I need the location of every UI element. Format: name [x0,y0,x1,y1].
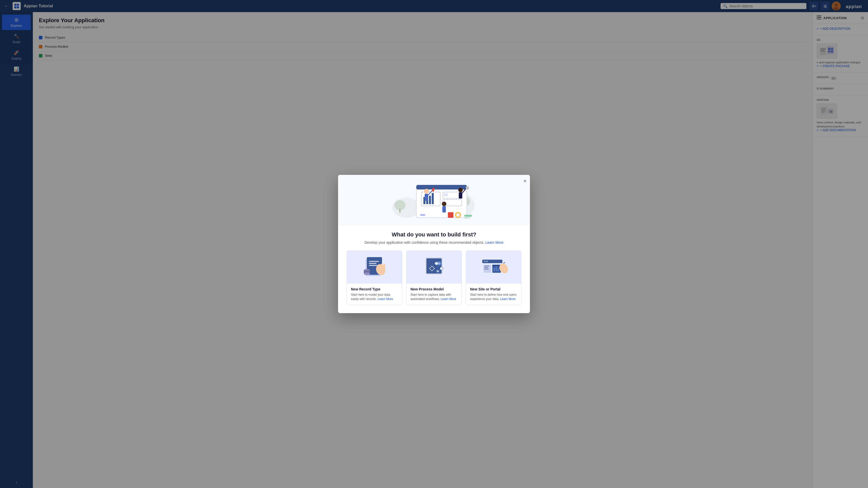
svg-point-49 [456,213,460,217]
card-record-type[interactable]: New Record Type Start here to model your… [347,251,402,305]
svg-rect-43 [444,193,448,196]
svg-rect-53 [425,194,428,201]
card-record-type-desc: Start here to model your data easily wit… [351,293,398,301]
svg-point-30 [394,200,405,210]
svg-rect-92 [494,268,495,271]
card-process-model-icon-area [406,251,462,284]
modal-learn-more-link[interactable]: Learn More [486,240,504,245]
card-site-portal-icon-area [466,251,521,284]
svg-point-70 [364,272,370,275]
card-record-type-content: New Record Type Start here to model your… [347,284,402,305]
modal-hero-illustration [338,175,530,225]
svg-rect-50 [464,215,472,217]
svg-rect-66 [369,263,376,264]
svg-rect-94 [498,269,499,271]
process-model-learn-more[interactable]: Learn More [440,297,456,301]
card-record-type-title: New Record Type [351,287,398,291]
site-portal-learn-more[interactable]: Learn More [500,297,516,301]
svg-rect-46 [420,214,425,216]
svg-rect-31 [399,209,400,213]
modal-close-button[interactable]: × [523,178,526,184]
modal-overlay[interactable]: × [0,0,868,488]
card-record-type-icon-area [347,251,402,284]
card-process-model[interactable]: New Process Model Start here to capture … [406,251,462,305]
svg-rect-97 [484,266,489,266]
card-site-portal-title: New Site or Portal [470,287,517,291]
svg-rect-74 [383,264,385,269]
card-process-model-title: New Process Model [410,287,458,291]
modal-dialog: × [338,175,530,313]
svg-rect-98 [484,267,488,268]
svg-point-52 [424,189,429,194]
svg-point-89 [484,261,486,262]
modal-title: What do you want to build first? [346,231,522,238]
svg-point-78 [440,267,443,270]
modal-body: What do you want to build first? Develop… [338,225,530,313]
svg-rect-42 [432,193,434,204]
svg-rect-59 [459,192,462,199]
svg-rect-51 [464,217,470,219]
svg-rect-61 [466,187,469,190]
card-process-model-content: New Process Model Start here to capture … [406,284,462,305]
card-site-portal-desc: Start here to define how end users exper… [470,293,517,301]
modal-subtitle: Develop your application with confidence… [346,240,522,245]
card-process-model-desc: Start here to capture data with automate… [410,293,458,301]
svg-point-85 [437,270,438,272]
svg-rect-93 [496,266,497,271]
modal-cards: New Record Type Start here to model your… [346,251,522,305]
card-site-portal-content: New Site or Portal Start here to define … [466,284,521,305]
svg-rect-73 [381,264,383,269]
svg-rect-65 [369,261,379,262]
svg-rect-47 [448,212,454,218]
svg-rect-57 [442,206,446,213]
svg-rect-95 [492,265,501,266]
svg-rect-75 [427,258,441,273]
svg-point-90 [486,261,488,262]
svg-rect-67 [369,265,378,266]
card-site-portal[interactable]: New Site or Portal Start here to define … [466,251,521,305]
svg-point-56 [442,202,446,206]
svg-point-58 [458,188,463,192]
svg-rect-99 [484,269,489,269]
svg-rect-41 [429,196,431,204]
record-type-learn-more[interactable]: Learn More [377,297,393,301]
svg-rect-72 [378,264,380,269]
